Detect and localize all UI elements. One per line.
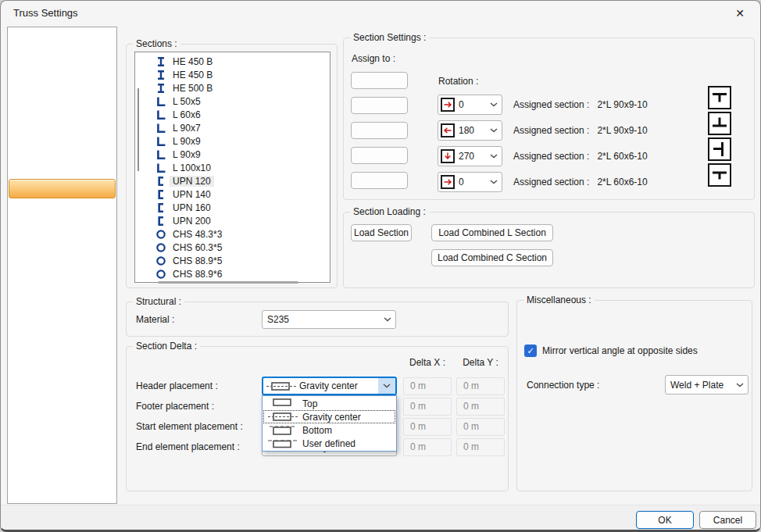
chevron-down-icon bbox=[490, 128, 498, 133]
placement-dropdown-list: Top Gravity center Bottom User defined bbox=[262, 395, 397, 452]
arrow-right-icon bbox=[443, 100, 452, 109]
delta-y-field[interactable]: 0 m bbox=[456, 398, 505, 416]
section-settings-group: Section Settings : Assign to : Rotation … bbox=[343, 37, 755, 200]
miscellaneous-group-label: Miscellaneous : bbox=[523, 294, 595, 306]
section-list-item[interactable]: UPN 200 bbox=[135, 214, 330, 227]
section-list-item[interactable]: L 90x9 bbox=[135, 134, 330, 148]
connection-type-combobox[interactable]: Weld + Plate bbox=[665, 375, 748, 395]
u-channel-icon bbox=[155, 176, 167, 187]
close-button[interactable]: ✕ bbox=[731, 5, 749, 21]
orient-0-icon bbox=[709, 87, 730, 108]
assign-button[interactable] bbox=[351, 97, 408, 114]
u-channel-icon bbox=[155, 216, 167, 227]
horizontal-scrollbar-thumb[interactable] bbox=[158, 281, 298, 284]
section-list-item[interactable]: CHS 60.3*5 bbox=[135, 241, 330, 254]
sidebar-item[interactable] bbox=[8, 52, 116, 73]
structural-group-label: Structural : bbox=[133, 295, 184, 308]
assigned-section-value: 2*L 60x6-10 bbox=[597, 177, 647, 187]
sidebar-item[interactable] bbox=[9, 179, 116, 198]
delta-y-field[interactable]: 0 m bbox=[456, 418, 505, 436]
section-list-item[interactable]: CHS 48.3*3 bbox=[135, 227, 330, 241]
delta-x-field[interactable]: 0 m bbox=[403, 438, 452, 456]
chevron-down-icon bbox=[490, 180, 498, 184]
assign-button[interactable] bbox=[351, 147, 408, 164]
section-list-item-label: L 90x7 bbox=[170, 123, 204, 134]
arrow-right-icon bbox=[443, 177, 452, 187]
sidebar-item[interactable] bbox=[8, 136, 116, 157]
placement-top-icon bbox=[268, 398, 301, 409]
assign-button[interactable] bbox=[351, 72, 408, 89]
delta-x-field[interactable]: 0 m bbox=[403, 418, 452, 436]
rotation-combobox[interactable]: 180 bbox=[438, 120, 502, 141]
chs-circle-icon bbox=[155, 269, 167, 280]
chs-circle-icon bbox=[155, 242, 167, 253]
rotation-rows: 0 Assigned section : 2*L 90x9-10 180 A bbox=[438, 95, 648, 192]
section-list-item[interactable]: L 90x9 bbox=[135, 148, 330, 161]
delta-x-field[interactable]: 0 m bbox=[403, 398, 452, 416]
sidebar-item[interactable] bbox=[8, 94, 116, 115]
placement-combobox[interactable]: Gravity center bbox=[262, 377, 397, 395]
orientation-preview bbox=[708, 137, 731, 161]
section-list-item[interactable]: L 60x6 bbox=[135, 108, 330, 121]
orientation-icons bbox=[708, 86, 731, 187]
load-section-button[interactable]: Load Section bbox=[351, 224, 412, 241]
rotation-combobox[interactable]: 270 bbox=[438, 146, 502, 166]
rotation-combobox[interactable]: 0 bbox=[438, 172, 502, 192]
section-list-item[interactable]: HE 500 B bbox=[135, 81, 330, 95]
section-list-item[interactable]: UPN 120 bbox=[135, 174, 330, 187]
placement-gravity-icon bbox=[266, 380, 298, 392]
delta-y-field[interactable]: 0 m bbox=[456, 377, 505, 395]
ok-button[interactable]: OK bbox=[636, 511, 694, 529]
mirror-angle-checkbox[interactable]: ✓ bbox=[524, 345, 537, 357]
material-combobox[interactable]: S235 bbox=[262, 310, 396, 329]
delta-y-header: Delta Y : bbox=[456, 357, 505, 368]
dropdown-option[interactable]: Bottom bbox=[263, 423, 395, 437]
dropdown-option[interactable]: User defined bbox=[263, 437, 395, 450]
section-list-item[interactable]: HE 450 B bbox=[135, 68, 330, 81]
dropdown-option-label: Bottom bbox=[302, 425, 332, 436]
assigned-section-value: 2*L 60x6-10 bbox=[597, 151, 647, 162]
sidebar-item[interactable] bbox=[8, 73, 116, 94]
section-list-item[interactable]: L 100x10 bbox=[135, 161, 330, 174]
dropdown-option-label: User defined bbox=[302, 438, 355, 449]
load-combined-c-section-button[interactable]: Load Combined C Section bbox=[431, 249, 553, 266]
assigned-section-label: Assigned section : bbox=[513, 99, 589, 110]
u-channel-icon bbox=[155, 202, 167, 213]
assigned-section-value: 2*L 90x9-10 bbox=[597, 99, 647, 110]
sidebar-item[interactable] bbox=[8, 199, 116, 220]
section-list-item[interactable]: HE 450 B bbox=[135, 55, 330, 68]
sidebar-item[interactable] bbox=[8, 30, 116, 52]
section-list-item[interactable]: L 50x5 bbox=[135, 95, 330, 108]
delta-y-field[interactable]: 0 m bbox=[456, 438, 505, 456]
l-angle-icon bbox=[155, 149, 167, 160]
section-list-item[interactable]: CHS 88.9*5 bbox=[135, 254, 330, 267]
sections-group: Sections : HE 450 B HE 450 B HE 500 B L … bbox=[126, 44, 338, 288]
section-list-item[interactable]: UPN 160 bbox=[135, 201, 330, 214]
placement-gravity-icon bbox=[268, 411, 301, 423]
dropdown-option[interactable]: Top bbox=[263, 397, 395, 410]
rotation-combobox[interactable]: 0 bbox=[438, 95, 502, 115]
close-icon: ✕ bbox=[735, 7, 745, 20]
sidebar-item[interactable] bbox=[8, 157, 116, 178]
l-angle-icon bbox=[155, 96, 167, 107]
section-delta-group: Section Delta : Delta X : Delta Y : Head… bbox=[126, 346, 509, 491]
delta-x-field[interactable]: 0 m bbox=[403, 377, 452, 395]
check-icon: ✓ bbox=[527, 346, 534, 356]
load-combined-l-section-button[interactable]: Load Combined L Section bbox=[431, 224, 553, 241]
dropdown-option-label: Top bbox=[302, 398, 317, 409]
arrow-left-icon bbox=[443, 126, 452, 135]
assign-button[interactable] bbox=[351, 172, 408, 189]
assign-button[interactable] bbox=[351, 122, 408, 139]
section-list-item[interactable]: CHS 88.9*6 bbox=[135, 267, 330, 280]
cancel-button[interactable]: Cancel bbox=[699, 511, 756, 529]
section-list-item-label: HE 450 B bbox=[170, 56, 216, 67]
rotation-row: 270 Assigned section : 2*L 60x6-10 bbox=[438, 146, 648, 166]
section-list-item[interactable]: UPN 140 bbox=[135, 187, 330, 201]
assign-buttons bbox=[351, 72, 408, 189]
section-list-item[interactable]: L 90x7 bbox=[135, 121, 330, 134]
rotation-value: 0 bbox=[459, 177, 476, 187]
sidebar-item[interactable] bbox=[8, 115, 116, 136]
dropdown-option-label: Gravity center bbox=[302, 412, 361, 423]
chevron-down-icon bbox=[736, 383, 744, 387]
dropdown-option[interactable]: Gravity center bbox=[263, 410, 395, 423]
